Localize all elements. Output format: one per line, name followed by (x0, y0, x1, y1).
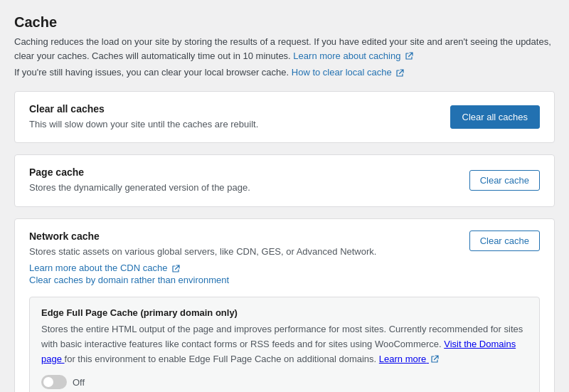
page-description-1: Caching reduces the load on your site by… (14, 35, 555, 63)
clear-all-desc: This will slow down your site until the … (29, 117, 436, 132)
clear-all-caches-card: Clear all caches This will slow down you… (14, 91, 555, 144)
page-title: Cache (14, 14, 555, 31)
clear-domain-link[interactable]: Clear caches by domain rather than envir… (29, 275, 455, 285)
external-link-icon-2 (395, 69, 404, 78)
edge-toggle-row: Off (41, 375, 528, 389)
edge-cache-title: Edge Full Page Cache (primary domain onl… (41, 307, 528, 318)
clear-all-content: Clear all caches This will slow down you… (29, 103, 436, 132)
how-to-clear-link[interactable]: How to clear local cache (292, 67, 405, 78)
network-cache-content: Network cache Stores static assets on va… (29, 231, 455, 287)
clear-page-cache-button[interactable]: Clear cache (469, 170, 540, 191)
edge-cache-box: Edge Full Page Cache (primary domain onl… (29, 297, 540, 392)
learn-more-caching-link[interactable]: Learn more about caching (293, 51, 413, 61)
edge-cache-toggle[interactable] (41, 375, 67, 389)
network-cache-card: Network cache Stores static assets on va… (14, 218, 555, 393)
edge-learn-more-link[interactable]: Learn more (379, 354, 439, 364)
network-cache-links: Learn more about the CDN cache Clear cac… (29, 263, 455, 285)
page-cache-title: Page cache (29, 166, 455, 178)
page-cache-content: Page cache Stores the dynamically genera… (29, 166, 455, 195)
network-cache-title: Network cache (29, 231, 455, 242)
clear-network-cache-button[interactable]: Clear cache (469, 231, 540, 251)
edge-cache-desc: Stores the entire HTML output of the pag… (41, 322, 528, 366)
page-cache-desc: Stores the dynamically generated version… (29, 181, 455, 195)
external-link-icon-1 (405, 52, 413, 60)
external-link-icon-3 (171, 265, 180, 273)
page-cache-card: Page cache Stores the dynamically genera… (14, 154, 555, 207)
clear-all-caches-button[interactable]: Clear all caches (450, 105, 541, 129)
edge-toggle-label: Off (73, 377, 85, 388)
network-cache-desc: Stores static assets on various global s… (29, 245, 455, 259)
edge-toggle-slider (41, 375, 67, 389)
learn-cdn-link[interactable]: Learn more about the CDN cache (29, 263, 455, 273)
network-cache-top: Network cache Stores static assets on va… (29, 231, 540, 287)
external-link-icon-4 (430, 355, 439, 364)
clear-all-title: Clear all caches (29, 103, 436, 115)
page-description-2: If you're still having issues, you can c… (14, 65, 555, 80)
